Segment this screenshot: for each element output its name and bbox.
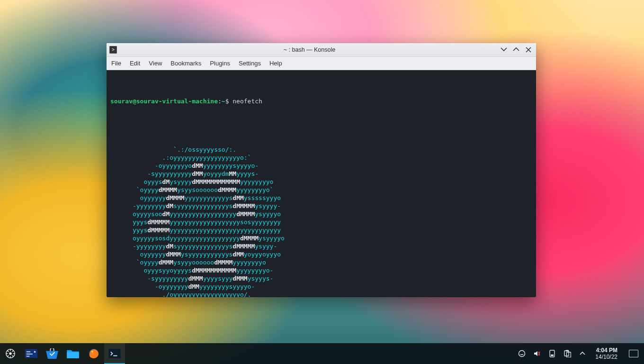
launcher-start[interactable] [0, 343, 21, 364]
launcher-settings[interactable] [21, 343, 42, 364]
svg-point-1 [9, 352, 12, 355]
svg-rect-9 [108, 349, 120, 358]
menu-settings[interactable]: Settings [239, 60, 261, 67]
minimize-button[interactable] [499, 45, 509, 55]
svg-rect-7 [67, 352, 79, 358]
svg-rect-4 [27, 354, 33, 355]
taskbar-launchers [0, 343, 125, 364]
close-button[interactable] [524, 45, 533, 55]
launcher-files[interactable] [63, 343, 83, 364]
clock-date: 14/10/22 [595, 354, 617, 360]
task-konsole[interactable] [104, 343, 125, 364]
svg-point-11 [519, 351, 525, 357]
launcher-discover[interactable] [42, 343, 63, 364]
prompt-line-1: sourav@sourav-virtual-machine:~$ neofetc… [110, 97, 532, 105]
menu-bookmarks[interactable]: Bookmarks [170, 60, 201, 67]
tray-clipboard-icon[interactable] [563, 349, 572, 358]
neofetch-output: `.:/ossyyyysso/:. .:oyyyyyyyyyyyyyyyyyyo… [110, 137, 532, 297]
window-title: ~ : bash — Konsole [120, 46, 499, 53]
svg-rect-3 [27, 351, 30, 352]
menu-plugins[interactable]: Plugins [210, 60, 230, 67]
menu-edit[interactable]: Edit [130, 60, 140, 67]
svg-rect-5 [27, 356, 30, 357]
launcher-firefox[interactable] [83, 343, 104, 364]
maximize-button[interactable] [511, 45, 521, 55]
svg-rect-13 [551, 355, 554, 356]
tray-chevron-up-icon[interactable] [578, 349, 587, 358]
menu-view[interactable]: View [149, 60, 162, 67]
konsole-icon [109, 46, 117, 54]
tray-disk-icon[interactable] [548, 349, 556, 358]
svg-point-6 [34, 351, 36, 353]
tray-volume-icon[interactable] [533, 349, 541, 358]
menu-file[interactable]: File [111, 60, 121, 67]
menu-help[interactable]: Help [269, 60, 282, 67]
clock-time: 4:04 PM [595, 347, 617, 354]
svg-rect-10 [113, 355, 117, 356]
show-desktop-button[interactable] [629, 350, 638, 357]
konsole-window: ~ : bash — Konsole File Edit View Bookma… [107, 43, 536, 297]
svg-rect-15 [566, 350, 569, 352]
menubar: File Edit View Bookmarks Plugins Setting… [107, 57, 536, 70]
system-tray: 4:04 PM 14/10/22 [518, 347, 641, 360]
taskbar: 4:04 PM 14/10/22 [0, 343, 644, 364]
window-titlebar[interactable]: ~ : bash — Konsole [107, 43, 536, 57]
tray-keyboard-icon[interactable] [518, 349, 526, 358]
taskbar-clock[interactable]: 4:04 PM 14/10/22 [593, 347, 619, 360]
terminal-viewport[interactable]: sourav@sourav-virtual-machine:~$ neofetc… [107, 70, 536, 297]
